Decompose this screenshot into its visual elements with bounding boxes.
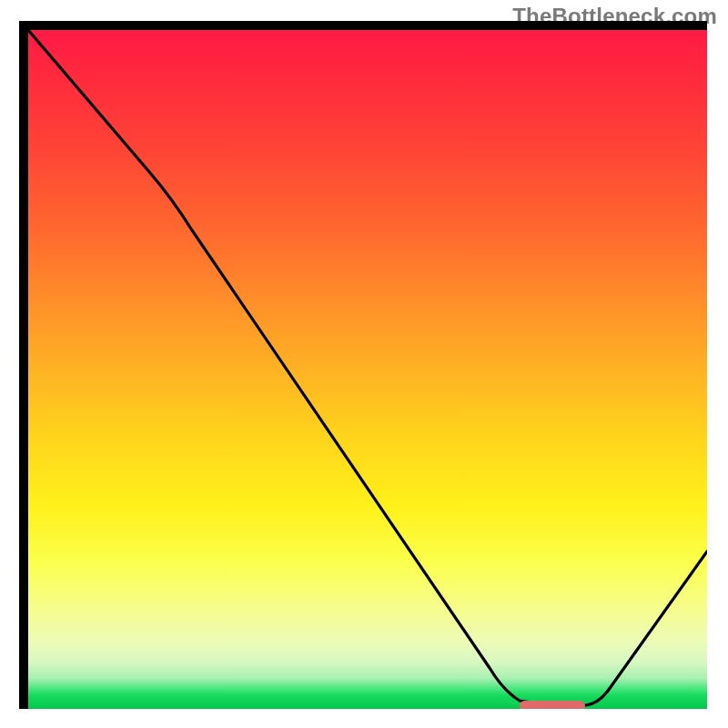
plot-area (28, 30, 707, 709)
bottleneck-curve (28, 30, 707, 705)
curve-svg (28, 30, 707, 709)
optimal-marker (520, 701, 585, 709)
chart-frame: TheBottleneck.com (0, 0, 728, 728)
